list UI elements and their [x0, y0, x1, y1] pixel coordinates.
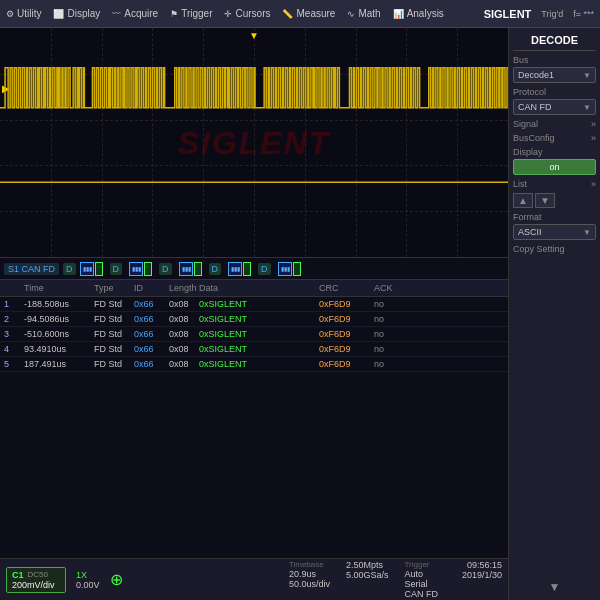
chevron-down-icon: ▼ — [583, 71, 591, 80]
td-len-1: 0x08 — [165, 298, 195, 310]
measure-menu[interactable]: 📏 Measure — [282, 8, 335, 19]
pkt-seg-blue-5: ▮▮▮ — [278, 262, 292, 276]
ch1-offset: 0.00V — [76, 580, 100, 590]
utility-icon: ⚙ — [6, 9, 14, 19]
td-type-5: FD Std — [90, 358, 130, 370]
th-length: Length — [165, 282, 195, 294]
table-row[interactable]: 3 -510.600ns FD Std 0x66 0x08 0xSIGLENT … — [0, 327, 508, 342]
th-ack: ACK — [370, 282, 400, 294]
timebase-block: Timebase 20.9us 50.0us/div — [289, 560, 330, 599]
display-icon: ⬜ — [53, 9, 64, 19]
decode-packet-3: ▮▮▮ — [179, 262, 202, 276]
trigger-position-indicator: ▼ — [249, 30, 259, 41]
sample-rate: 50.0us/div — [289, 579, 330, 589]
pkt-seg-green — [95, 262, 103, 276]
decode-bar: S1 CAN FD D ▮▮▮ D ▮▮▮ D ▮▮▮ D ▮▮▮ D — [0, 258, 508, 280]
panel-bottom-arrow[interactable]: ▼ — [513, 580, 596, 594]
protocol-section: Protocol CAN FD ▼ — [513, 87, 596, 115]
utility-menu[interactable]: ⚙ Utility — [6, 8, 41, 19]
table-row[interactable]: 5 187.491us FD Std 0x66 0x08 0xSIGLENT 0… — [0, 357, 508, 372]
acquire-icon: 〰 — [112, 9, 121, 19]
table-row[interactable]: 2 -94.5086us FD Std 0x66 0x08 0xSIGLENT … — [0, 312, 508, 327]
format-dropdown[interactable]: ASCII ▼ — [513, 224, 596, 240]
busconfig-label: BusConfig — [513, 133, 555, 143]
list-label: List — [513, 179, 527, 189]
protocol-value: CAN FD — [518, 102, 552, 112]
pkt-seg-green-2 — [144, 262, 152, 276]
status-bar: C1 DC50 200mV/div 1X 0.00V ⊕ Timebase 20… — [0, 558, 508, 600]
trigger-protocol: CAN FD — [404, 589, 438, 599]
bus-section: Bus Decode1 ▼ — [513, 55, 596, 83]
scroll-down-button[interactable]: ▼ — [535, 193, 555, 208]
brand-label: SIGLENT — [484, 8, 532, 20]
decode-packet-2: ▮▮▮ — [129, 262, 152, 276]
pkt-seg-blue-2: ▮▮▮ — [129, 262, 143, 276]
td-crc-5: 0xF6D9 — [315, 358, 370, 370]
right-panel: DECODE Bus Decode1 ▼ Protocol CAN FD ▼ S… — [508, 28, 600, 600]
busconfig-section: BusConfig » — [513, 133, 596, 143]
td-data-5: 0xSIGLENT — [195, 358, 315, 370]
trigger-icon: ⚑ — [170, 9, 178, 19]
trigger-label: Trigger — [404, 560, 429, 569]
protocol-dropdown[interactable]: CAN FD ▼ — [513, 99, 596, 115]
display-on-button[interactable]: on — [513, 159, 596, 175]
timebase-val: 20.9us — [289, 569, 316, 579]
date-val: 2019/1/30 — [462, 570, 502, 580]
pkt-seg-green-5 — [293, 262, 301, 276]
decode-d-badge-5: D — [258, 263, 271, 275]
table-row[interactable]: 4 93.4910us FD Std 0x66 0x08 0xSIGLENT 0… — [0, 342, 508, 357]
th-crc: CRC — [315, 282, 370, 294]
decode-d-badge-4: D — [209, 263, 222, 275]
td-len-4: 0x08 — [165, 343, 195, 355]
copy-setting-label: Copy Setting — [513, 244, 596, 254]
td-time-2: -94.5086us — [20, 313, 90, 325]
td-num-1: 1 — [0, 298, 20, 310]
cursors-icon: ✛ — [224, 9, 232, 19]
format-value: ASCII — [518, 227, 542, 237]
table-row[interactable]: 1 -188.508us FD Std 0x66 0x08 0xSIGLENT … — [0, 297, 508, 312]
decode-d-badge: D — [63, 263, 76, 275]
pkt-seg-blue-4: ▮▮▮ — [228, 262, 242, 276]
analysis-menu[interactable]: 📊 Analysis — [393, 8, 444, 19]
list-expand-icon[interactable]: » — [591, 179, 596, 189]
math-menu[interactable]: ∿ Math — [347, 8, 380, 19]
time-val: 09:56:15 — [467, 560, 502, 570]
td-time-5: 187.491us — [20, 358, 90, 370]
display-menu[interactable]: ⬜ Display — [53, 8, 100, 19]
chevron-down-icon-3: ▼ — [583, 228, 591, 237]
td-type-3: FD Std — [90, 328, 130, 340]
scroll-up-button[interactable]: ▲ — [513, 193, 533, 208]
chevron-down-large-icon: ▼ — [549, 580, 561, 594]
pkt-seg-blue: ▮▮▮ — [80, 262, 94, 276]
memory-val: 2.50Mpts — [346, 560, 383, 570]
format-label: Format — [513, 212, 596, 222]
td-num-2: 2 — [0, 313, 20, 325]
th-id: ID — [130, 282, 165, 294]
td-id-1: 0x66 — [130, 298, 165, 310]
td-type-1: FD Std — [90, 298, 130, 310]
waveform-display[interactable]: SIGLENT ▶ ▼ — [0, 28, 508, 258]
ch1-indicator[interactable]: C1 DC50 200mV/div — [6, 567, 66, 593]
bus-dropdown[interactable]: Decode1 ▼ — [513, 67, 596, 83]
td-data-2: 0xSIGLENT — [195, 313, 315, 325]
list-section: List » — [513, 179, 596, 189]
signal-expand-icon[interactable]: » — [591, 119, 596, 129]
busconfig-expand-icon[interactable]: » — [591, 133, 596, 143]
display-section: Display on — [513, 147, 596, 175]
bus-value: Decode1 — [518, 70, 554, 80]
pkt-seg-blue-3: ▮▮▮ — [179, 262, 193, 276]
th-type: Type — [90, 282, 130, 294]
td-ack-4: no — [370, 343, 400, 355]
td-ack-2: no — [370, 313, 400, 325]
td-ack-1: no — [370, 298, 400, 310]
analysis-icon: 📊 — [393, 9, 404, 19]
th-time: Time — [20, 282, 90, 294]
td-num-5: 5 — [0, 358, 20, 370]
crosshair-icon: ⊕ — [110, 570, 123, 589]
cursors-menu[interactable]: ✛ Cursors — [224, 8, 270, 19]
scroll-buttons: ▲ ▼ — [513, 193, 596, 208]
trigger-menu[interactable]: ⚑ Trigger — [170, 8, 212, 19]
acquire-menu[interactable]: 〰 Acquire — [112, 8, 158, 19]
decode-packet-4: ▮▮▮ — [228, 262, 251, 276]
td-time-1: -188.508us — [20, 298, 90, 310]
